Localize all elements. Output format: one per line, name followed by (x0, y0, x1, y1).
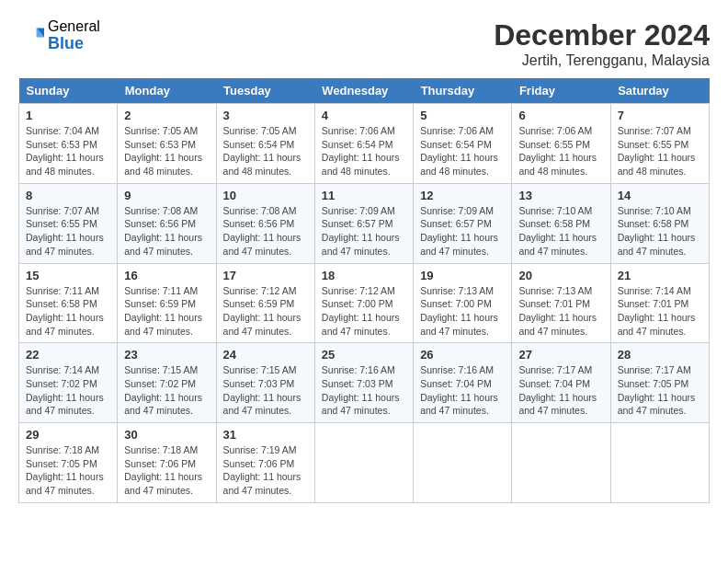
calendar-cell: 17 Sunrise: 7:12 AM Sunset: 6:59 PM Dayl… (216, 263, 314, 343)
calendar-cell: 19 Sunrise: 7:13 AM Sunset: 7:00 PM Dayl… (414, 263, 512, 343)
calendar-cell: 5 Sunrise: 7:06 AM Sunset: 6:54 PM Dayli… (414, 104, 512, 184)
calendar-cell: 28 Sunrise: 7:17 AM Sunset: 7:05 PM Dayl… (610, 343, 709, 423)
day-number: 13 (518, 189, 603, 202)
logo-general: General (48, 18, 100, 35)
day-info: Sunrise: 7:12 AM Sunset: 7:00 PM Dayligh… (322, 284, 406, 339)
day-number: 8 (26, 189, 110, 202)
day-number: 3 (223, 109, 308, 122)
calendar-cell: 9 Sunrise: 7:08 AM Sunset: 6:56 PM Dayli… (118, 183, 216, 263)
weekday-header: Friday (512, 78, 610, 104)
day-number: 27 (518, 348, 603, 362)
day-info: Sunrise: 7:05 AM Sunset: 6:53 PM Dayligh… (124, 124, 209, 178)
day-info: Sunrise: 7:08 AM Sunset: 6:56 PM Dayligh… (124, 204, 209, 259)
weekday-header: Sunday (19, 78, 118, 104)
calendar-week-row: 29 Sunrise: 7:18 AM Sunset: 7:05 PM Dayl… (19, 423, 710, 503)
calendar-cell: 21 Sunrise: 7:14 AM Sunset: 7:01 PM Dayl… (610, 263, 709, 343)
calendar-week-row: 15 Sunrise: 7:11 AM Sunset: 6:58 PM Dayl… (19, 263, 710, 343)
weekday-header: Tuesday (216, 78, 314, 104)
day-number: 24 (223, 348, 308, 362)
day-number: 10 (223, 189, 308, 202)
day-info: Sunrise: 7:06 AM Sunset: 6:54 PM Dayligh… (322, 124, 406, 178)
day-info: Sunrise: 7:18 AM Sunset: 7:05 PM Dayligh… (26, 443, 110, 498)
location: Jertih, Terengganu, Malaysia (494, 52, 710, 69)
day-info: Sunrise: 7:07 AM Sunset: 6:55 PM Dayligh… (26, 204, 110, 259)
day-info: Sunrise: 7:19 AM Sunset: 7:06 PM Dayligh… (223, 443, 308, 498)
calendar-cell: 8 Sunrise: 7:07 AM Sunset: 6:55 PM Dayli… (19, 183, 118, 263)
day-number: 30 (124, 428, 209, 442)
calendar-week-row: 22 Sunrise: 7:14 AM Sunset: 7:02 PM Dayl… (19, 343, 710, 423)
calendar-cell: 7 Sunrise: 7:07 AM Sunset: 6:55 PM Dayli… (610, 104, 709, 184)
day-number: 21 (618, 269, 702, 282)
calendar-cell: 20 Sunrise: 7:13 AM Sunset: 7:01 PM Dayl… (512, 263, 610, 343)
calendar-cell (314, 423, 413, 503)
logo-text: General Blue (48, 18, 100, 52)
calendar-cell: 16 Sunrise: 7:11 AM Sunset: 6:59 PM Dayl… (118, 263, 216, 343)
calendar-cell: 31 Sunrise: 7:19 AM Sunset: 7:06 PM Dayl… (216, 423, 314, 503)
calendar-cell: 18 Sunrise: 7:12 AM Sunset: 7:00 PM Dayl… (314, 263, 413, 343)
day-info: Sunrise: 7:04 AM Sunset: 6:53 PM Dayligh… (26, 124, 110, 178)
calendar-cell: 4 Sunrise: 7:06 AM Sunset: 6:54 PM Dayli… (314, 104, 413, 184)
month-title: December 2024 (494, 18, 710, 52)
day-info: Sunrise: 7:16 AM Sunset: 7:04 PM Dayligh… (420, 363, 505, 418)
day-number: 17 (223, 269, 308, 282)
day-info: Sunrise: 7:18 AM Sunset: 7:06 PM Dayligh… (124, 443, 209, 498)
calendar-cell: 30 Sunrise: 7:18 AM Sunset: 7:06 PM Dayl… (118, 423, 216, 503)
day-number: 25 (322, 348, 406, 362)
day-number: 4 (322, 109, 406, 122)
calendar-cell (414, 423, 512, 503)
calendar-table: SundayMondayTuesdayWednesdayThursdayFrid… (18, 78, 710, 503)
calendar-cell: 22 Sunrise: 7:14 AM Sunset: 7:02 PM Dayl… (19, 343, 118, 423)
day-info: Sunrise: 7:10 AM Sunset: 6:58 PM Dayligh… (518, 204, 603, 259)
calendar-cell: 23 Sunrise: 7:15 AM Sunset: 7:02 PM Dayl… (118, 343, 216, 423)
day-number: 23 (124, 348, 209, 362)
day-number: 7 (618, 109, 702, 122)
day-number: 26 (420, 348, 505, 362)
day-number: 18 (322, 269, 406, 282)
day-number: 11 (322, 189, 406, 202)
calendar-cell: 10 Sunrise: 7:08 AM Sunset: 6:56 PM Dayl… (216, 183, 314, 263)
day-info: Sunrise: 7:10 AM Sunset: 6:58 PM Dayligh… (618, 204, 702, 259)
day-info: Sunrise: 7:06 AM Sunset: 6:54 PM Dayligh… (420, 124, 505, 178)
logo: General Blue (18, 18, 100, 52)
day-number: 1 (26, 109, 110, 122)
weekday-header: Thursday (414, 78, 512, 104)
calendar-cell: 3 Sunrise: 7:05 AM Sunset: 6:54 PM Dayli… (216, 104, 314, 184)
day-info: Sunrise: 7:17 AM Sunset: 7:05 PM Dayligh… (618, 363, 702, 418)
day-info: Sunrise: 7:12 AM Sunset: 6:59 PM Dayligh… (223, 284, 308, 339)
calendar-cell: 6 Sunrise: 7:06 AM Sunset: 6:55 PM Dayli… (512, 104, 610, 184)
calendar-cell: 14 Sunrise: 7:10 AM Sunset: 6:58 PM Dayl… (610, 183, 709, 263)
calendar-header-row: SundayMondayTuesdayWednesdayThursdayFrid… (19, 78, 710, 104)
day-info: Sunrise: 7:05 AM Sunset: 6:54 PM Dayligh… (223, 124, 308, 178)
day-number: 2 (124, 109, 209, 122)
day-info: Sunrise: 7:08 AM Sunset: 6:56 PM Dayligh… (223, 204, 308, 259)
day-number: 6 (518, 109, 603, 122)
day-info: Sunrise: 7:13 AM Sunset: 7:00 PM Dayligh… (420, 284, 505, 339)
calendar-cell: 15 Sunrise: 7:11 AM Sunset: 6:58 PM Dayl… (19, 263, 118, 343)
day-number: 5 (420, 109, 505, 122)
calendar-cell: 26 Sunrise: 7:16 AM Sunset: 7:04 PM Dayl… (414, 343, 512, 423)
calendar-week-row: 8 Sunrise: 7:07 AM Sunset: 6:55 PM Dayli… (19, 183, 710, 263)
day-info: Sunrise: 7:14 AM Sunset: 7:02 PM Dayligh… (26, 363, 110, 418)
calendar-cell: 1 Sunrise: 7:04 AM Sunset: 6:53 PM Dayli… (19, 104, 118, 184)
day-info: Sunrise: 7:11 AM Sunset: 6:58 PM Dayligh… (26, 284, 110, 339)
calendar-cell: 2 Sunrise: 7:05 AM Sunset: 6:53 PM Dayli… (118, 104, 216, 184)
page-header: General Blue December 2024 Jertih, Teren… (18, 18, 710, 69)
weekday-header: Wednesday (314, 78, 413, 104)
day-number: 12 (420, 189, 505, 202)
weekday-header: Saturday (610, 78, 709, 104)
calendar-cell: 13 Sunrise: 7:10 AM Sunset: 6:58 PM Dayl… (512, 183, 610, 263)
day-info: Sunrise: 7:11 AM Sunset: 6:59 PM Dayligh… (124, 284, 209, 339)
calendar-cell: 24 Sunrise: 7:15 AM Sunset: 7:03 PM Dayl… (216, 343, 314, 423)
day-info: Sunrise: 7:06 AM Sunset: 6:55 PM Dayligh… (518, 124, 603, 178)
day-info: Sunrise: 7:16 AM Sunset: 7:03 PM Dayligh… (322, 363, 406, 418)
day-number: 14 (618, 189, 702, 202)
day-number: 28 (618, 348, 702, 362)
day-info: Sunrise: 7:17 AM Sunset: 7:04 PM Dayligh… (518, 363, 603, 418)
day-number: 9 (124, 189, 209, 202)
calendar-cell: 12 Sunrise: 7:09 AM Sunset: 6:57 PM Dayl… (414, 183, 512, 263)
logo-icon (18, 23, 44, 49)
day-info: Sunrise: 7:13 AM Sunset: 7:01 PM Dayligh… (518, 284, 603, 339)
logo-blue: Blue (48, 35, 100, 53)
day-info: Sunrise: 7:14 AM Sunset: 7:01 PM Dayligh… (618, 284, 702, 339)
weekday-header: Monday (118, 78, 216, 104)
